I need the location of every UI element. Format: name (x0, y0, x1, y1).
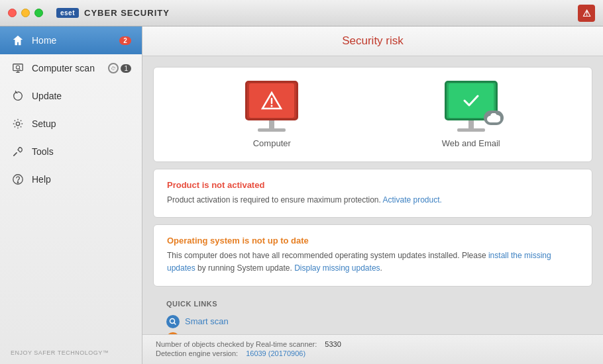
alert-icon[interactable]: ⚠ (578, 5, 595, 22)
home-icon (11, 33, 25, 48)
traffic-lights (8, 9, 43, 17)
maximize-button[interactable] (34, 9, 43, 17)
smart-scan-label: Smart scan (185, 316, 229, 326)
help-icon (11, 172, 25, 187)
sidebar-home-label: Home (32, 35, 113, 46)
close-button[interactable] (8, 9, 17, 17)
os-update-alert-panel: Operating system is not up to date This … (153, 224, 592, 286)
eset-logo: eset (56, 8, 79, 18)
quick-links-title: QUICK LINKS (166, 300, 579, 308)
svg-point-5 (16, 122, 19, 125)
svg-point-3 (16, 66, 19, 69)
computer-status-label: Computer (253, 138, 291, 148)
status-cards: Computer (153, 67, 592, 162)
quick-link-smart-scan[interactable]: Smart scan (166, 313, 579, 330)
content-body: Computer (142, 56, 603, 334)
computer-scan-label: Computer scan (32, 63, 101, 73)
scan-badge-num: 1 (121, 64, 131, 73)
content-area: Security risk (142, 26, 603, 364)
activate-product-link[interactable]: Activate product. (383, 195, 442, 205)
web-email-status-label: Web and Email (442, 138, 500, 148)
sidebar: Home 2 Computer scan ⏱ 1 (0, 26, 142, 364)
sidebar-footer: Enjoy Safer Technology™ (0, 341, 142, 364)
sidebar-item-computer-scan[interactable]: Computer scan ⏱ 1 (0, 54, 142, 82)
smart-scan-icon (166, 315, 180, 328)
sidebar-item-help[interactable]: Help (0, 165, 142, 193)
activation-alert-title: Product is not activated (167, 180, 578, 190)
quick-links-section: QUICK LINKS Smart scan (153, 293, 592, 334)
svg-line-12 (174, 322, 176, 324)
computer-scan-icon (11, 61, 25, 75)
app-title: CYBER SECURITY (84, 8, 170, 18)
titlebar: eset CYBER SECURITY ⚠ (0, 0, 603, 26)
info-row-engine: Detection engine version: 16039 (2017090… (156, 349, 590, 357)
svg-point-10 (271, 105, 273, 107)
tools-icon (11, 144, 25, 159)
content-title: Security risk (342, 34, 404, 47)
web-email-status-card: Web and Email (442, 81, 500, 148)
objects-label: Number of objects checked by Real-time s… (156, 340, 317, 348)
tools-label: Tools (32, 146, 131, 157)
update-icon (11, 89, 25, 103)
os-update-alert-title: Operating system is not up to date (167, 236, 578, 246)
help-label: Help (32, 174, 131, 185)
info-row-objects: Number of objects checked by Real-time s… (156, 340, 590, 348)
clock-icon: ⏱ (108, 63, 119, 73)
computer-monitor-icon (245, 81, 298, 132)
activation-alert-body: Product activation is required to ensure… (167, 194, 578, 206)
engine-version-link[interactable]: 16039 (20170906) (246, 349, 305, 357)
sidebar-item-update[interactable]: Update (0, 82, 142, 110)
setup-label: Setup (32, 118, 131, 129)
svg-line-4 (19, 69, 21, 70)
home-badge: 2 (119, 36, 131, 45)
os-update-alert-body: This computer does not have all recommen… (167, 250, 578, 275)
activation-alert-panel: Product is not activated Product activat… (153, 169, 592, 218)
svg-rect-0 (13, 64, 23, 71)
computer-status-card: Computer (245, 81, 298, 148)
setup-icon (11, 116, 25, 131)
content-header: Security risk (142, 26, 603, 56)
sidebar-item-home[interactable]: Home 2 (0, 26, 142, 54)
display-updates-link[interactable]: Display missing updates (294, 263, 380, 273)
main-layout: Home 2 Computer scan ⏱ 1 (0, 26, 603, 364)
sidebar-item-tools[interactable]: Tools (0, 138, 142, 165)
objects-value: 5330 (325, 340, 341, 348)
sidebar-item-setup[interactable]: Setup (0, 110, 142, 138)
info-bar: Number of objects checked by Real-time s… (142, 334, 603, 364)
scan-badge-area: ⏱ 1 (108, 63, 131, 73)
svg-point-7 (17, 182, 18, 183)
engine-label: Detection engine version: (156, 349, 238, 357)
minimize-button[interactable] (21, 9, 30, 17)
web-email-monitor-icon (445, 81, 498, 132)
update-label: Update (32, 91, 131, 101)
